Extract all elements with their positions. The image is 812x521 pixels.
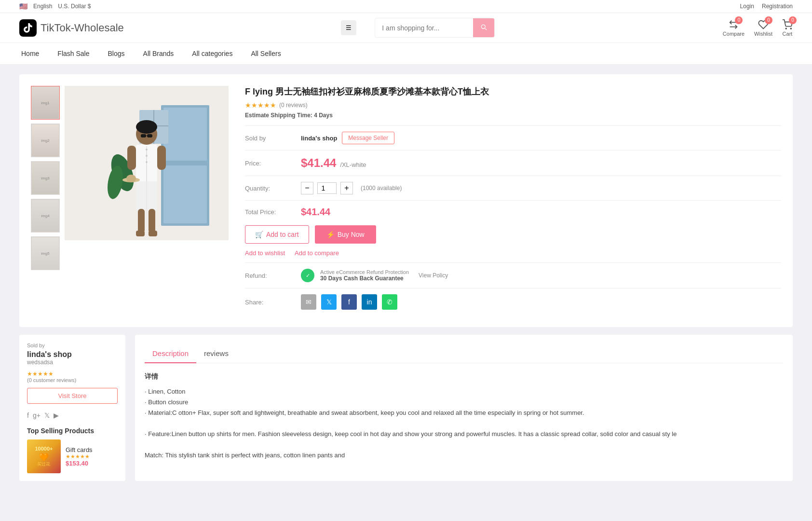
tab-reviews[interactable]: reviews: [196, 344, 236, 363]
search-bar: [375, 18, 495, 38]
desc-bullet-1: · Linen, Cotton: [145, 386, 783, 397]
message-seller-button[interactable]: Message Seller: [342, 132, 394, 144]
search-icon: [480, 23, 487, 31]
product-svg-image: [65, 86, 229, 240]
sidebar-review-count: (0 customer reviews): [27, 377, 118, 383]
share-buttons: ✉ 𝕏 f in ✆: [301, 294, 397, 310]
desc-bullet-5: Match: This stylish tank shirt is perfec…: [145, 450, 783, 461]
currency-selector[interactable]: U.S. Dollar $: [58, 3, 91, 10]
nav-all-brands[interactable]: All Brands: [141, 43, 176, 64]
share-row: Share: ✉ 𝕏 f in ✆: [245, 294, 781, 310]
top-product-stars: ★★★★★: [66, 453, 93, 460]
view-policy-link[interactable]: View Policy: [419, 272, 448, 279]
buy-now-button[interactable]: ⚡ Buy Now: [315, 225, 376, 244]
cart-icon-btn: 🛒: [255, 231, 263, 238]
svg-point-19: [146, 149, 148, 151]
desc-section-title: 详情: [145, 371, 783, 383]
svg-point-21: [146, 161, 148, 163]
share-twitter-button[interactable]: 𝕏: [321, 294, 337, 310]
total-price-label: Total Price:: [245, 208, 293, 216]
sidebar-sold-by: Sold by: [27, 343, 118, 348]
quantity-label: Quantity:: [245, 185, 293, 192]
language-selector[interactable]: English: [33, 3, 52, 10]
search-button[interactable]: [473, 18, 494, 37]
desc-bullet-4: · Feature:Linen button up shirts for men…: [145, 429, 783, 439]
refund-label: Refund:: [245, 272, 293, 279]
svg-rect-5: [163, 108, 207, 161]
add-to-cart-button[interactable]: 🛒 Add to cart: [245, 225, 309, 244]
svg-point-0: [785, 28, 786, 29]
star-rating: ★★★★★: [245, 101, 276, 109]
logo[interactable]: TikTok-Wholesale: [19, 19, 124, 37]
thumbnail-5[interactable]: img5: [31, 236, 60, 270]
nav-all-sellers[interactable]: All Sellers: [249, 43, 283, 64]
topbar-left: 🇺🇸 English U.S. Dollar $: [19, 2, 91, 10]
registration-link[interactable]: Registration: [762, 3, 793, 10]
wishlist-icon-item[interactable]: 0 Wishlist: [754, 19, 772, 37]
google-social-icon[interactable]: g+: [33, 411, 41, 419]
facebook-social-icon[interactable]: f: [27, 411, 29, 419]
description-content: 详情 · Linen, Cotton · Button closure · Ma…: [145, 371, 783, 461]
share-whatsapp-button[interactable]: ✆: [382, 294, 397, 310]
nav-home[interactable]: Home: [19, 43, 41, 64]
quantity-input[interactable]: [317, 182, 337, 194]
compare-icon-item[interactable]: 0 Compare: [723, 19, 744, 37]
nav-flash-sale[interactable]: Flash Sale: [55, 43, 91, 64]
add-to-wishlist-link[interactable]: Add to wishlist: [245, 249, 285, 257]
top-product-price: $153.40: [66, 460, 93, 467]
refund-sub-text: Active eCommerce Refund Protection: [320, 269, 409, 275]
price-variant: /XL-white: [340, 161, 366, 168]
quantity-increase-button[interactable]: +: [340, 182, 353, 194]
flag-icon: 🇺🇸: [19, 2, 27, 10]
visit-store-button[interactable]: Visit Store: [27, 388, 118, 404]
product-card: img1 img2 img3 img4 img5: [19, 74, 793, 327]
desc-bullet-3: · Material:C otton+ Flax, super soft and…: [145, 408, 783, 418]
search-input[interactable]: [375, 19, 473, 37]
menu-button[interactable]: ☰: [341, 20, 356, 35]
add-to-compare-link[interactable]: Add to compare: [295, 249, 339, 257]
thumbnail-1[interactable]: img1: [31, 86, 60, 120]
svg-rect-6: [163, 165, 207, 223]
quantity-decrease-button[interactable]: −: [301, 182, 313, 194]
tab-description[interactable]: Description: [145, 344, 196, 363]
refund-info: ✓ Active eCommerce Refund Protection 30 …: [301, 269, 448, 282]
tab-bar: Description reviews: [145, 344, 783, 363]
cart-icon-item[interactable]: 0 Cart: [782, 19, 793, 37]
svg-rect-22: [127, 146, 136, 170]
product-title: F lying 男士无袖纽扣衬衫亚麻棉质夏季沙滩基本款背心T恤上衣: [245, 86, 781, 97]
topbar: 🇺🇸 English U.S. Dollar $ Login Registrat…: [0, 0, 812, 13]
share-email-button[interactable]: ✉: [301, 294, 316, 310]
twitter-social-icon[interactable]: 𝕏: [44, 411, 50, 419]
svg-rect-27: [149, 209, 155, 233]
refund-shield-icon: ✓: [301, 269, 314, 282]
description-panel: Description reviews 详情 · Linen, Cotton ·…: [135, 335, 793, 481]
wishlist-compare-row: Add to wishlist Add to compare: [245, 249, 781, 257]
sold-by-label: Sold by: [245, 135, 293, 142]
login-link[interactable]: Login: [740, 3, 754, 10]
total-price-row: Total Price: $41.44: [245, 206, 781, 218]
seller-sidebar: Sold by linda's shop wedsadsa ★★★★★ (0 c…: [19, 335, 125, 481]
product-price: $41.44: [301, 156, 336, 169]
nav-blogs[interactable]: Blogs: [106, 43, 127, 64]
youtube-social-icon[interactable]: ▶: [54, 411, 59, 419]
thumbnail-4[interactable]: img4: [31, 199, 60, 233]
share-linkedin-button[interactable]: in: [362, 294, 377, 310]
compare-badge: 0: [735, 16, 743, 24]
share-facebook-button[interactable]: f: [341, 294, 357, 310]
logo-text: TikTok-Wholesale: [41, 22, 124, 34]
svg-point-13: [136, 120, 157, 134]
top-product-thumbnail[interactable]: 10000+ 🧡 买过花: [27, 439, 61, 473]
svg-rect-26: [138, 209, 145, 233]
tiktok-icon: [22, 22, 34, 34]
thumbnail-2[interactable]: img2: [31, 123, 60, 157]
svg-point-29: [126, 175, 136, 182]
thumbnail-3[interactable]: img3: [31, 161, 60, 195]
logo-icon: [19, 19, 37, 37]
refund-policy-name: 30 Days Cash Back Guarantee: [320, 275, 409, 282]
topbar-right: Login Registration: [740, 3, 793, 10]
nav-all-categories[interactable]: All categories: [190, 43, 234, 64]
main-nav: Home Flash Sale Blogs All Brands All cat…: [0, 43, 812, 65]
wishlist-label: Wishlist: [754, 31, 772, 37]
price-row: Price: $41.44 /XL-white: [245, 156, 781, 170]
quantity-control: − + (1000 available): [301, 182, 402, 194]
